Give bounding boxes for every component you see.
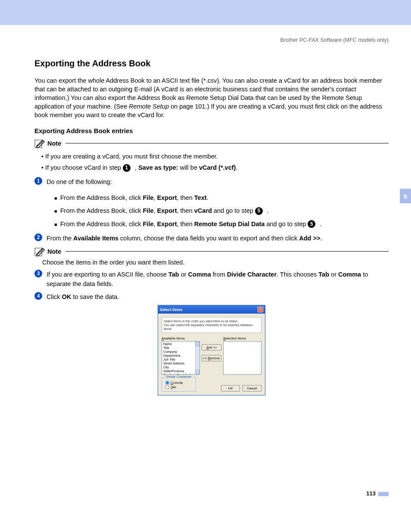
content: Exporting the Address Book You can expor… — [0, 43, 411, 395]
note-1-item: If you are creating a vCard, you must fi… — [41, 151, 389, 162]
add-button[interactable]: Add >> — [202, 344, 221, 351]
top-bar — [0, 0, 411, 25]
tab-radio[interactable]: Tab — [165, 385, 192, 389]
step-ref-5-icon: 5 — [308, 220, 315, 228]
list-item[interactable]: Department — [162, 354, 199, 358]
list-item[interactable]: Job Title — [162, 358, 199, 361]
ok-button[interactable]: OK — [221, 385, 240, 392]
step-4: 4 Click OK to save the data. — [34, 292, 389, 302]
step-4-icon: 4 — [34, 292, 42, 300]
dialog-titlebar: Select Items × — [158, 305, 265, 314]
note-1-list: If you are creating a vCard, you must fi… — [41, 151, 389, 173]
comma-radio[interactable]: Comma — [165, 381, 192, 385]
note-header-2: Note — [34, 247, 389, 256]
step-1-icon: 1 — [34, 177, 42, 185]
note-icon — [34, 247, 46, 256]
note-rule — [65, 143, 389, 143]
list-item[interactable]: Name — [162, 342, 199, 346]
header-text: Brother PC-FAX Software (MFC models only… — [0, 25, 411, 43]
svg-rect-1 — [35, 248, 42, 256]
selected-items-list[interactable] — [223, 341, 262, 375]
available-items-list[interactable]: NameTitleCompanyDepartmentJob TitleStree… — [162, 341, 200, 375]
step-1-option: From the Address Book, click File, Expor… — [54, 191, 389, 204]
footer-mark — [378, 492, 389, 496]
selected-items-label: Selected Items — [223, 336, 262, 340]
intro-paragraph: You can export the whole Address Book to… — [34, 76, 389, 119]
list-item[interactable]: State/Province — [162, 369, 199, 373]
divide-character-group: Divide Character Comma Tab — [162, 377, 196, 392]
page-footer: 113 — [0, 490, 411, 505]
note-header-1: Note — [34, 139, 389, 148]
available-items-label: Available Items — [162, 336, 200, 340]
list-item[interactable]: City — [162, 365, 199, 369]
list-item[interactable]: Street Address — [162, 361, 199, 365]
step-ref-5-icon: 5 — [255, 207, 263, 215]
step-ref-1-icon: 1 — [123, 164, 131, 172]
step-2: 2 From the Available Items column, choos… — [34, 234, 389, 243]
subsection-title: Exporting Address Book entries — [34, 127, 389, 134]
step-3: 3 If you are exporting to an ASCII file,… — [34, 270, 389, 289]
close-icon[interactable]: × — [258, 307, 263, 312]
dialog-screenshot: Select Items × Select items in the order… — [158, 305, 265, 395]
page-number: 113 — [366, 490, 376, 497]
page-title: Exporting the Address Book — [34, 59, 389, 68]
step-1-option: From the Address Book, click File, Expor… — [54, 218, 389, 230]
svg-rect-0 — [35, 140, 42, 148]
step-3-icon: 3 — [34, 270, 42, 277]
list-item[interactable]: Company — [162, 350, 199, 354]
cancel-button[interactable]: Cancel — [243, 385, 262, 392]
dialog-instructions: Select items in the order you want them … — [162, 317, 262, 333]
scrollbar[interactable] — [195, 342, 199, 374]
chapter-tab: 6 — [400, 189, 411, 203]
step-1: 1 Do one of the following: From the Addr… — [34, 177, 389, 230]
note-icon — [34, 139, 46, 148]
dialog-title: Select Items — [160, 308, 183, 312]
note-label: Note — [47, 140, 61, 147]
list-item[interactable]: Title — [162, 346, 199, 350]
note-rule — [65, 251, 389, 252]
step-1-option: From the Address Book, click File, Expor… — [54, 204, 389, 217]
step-2-icon: 2 — [34, 233, 42, 241]
note-2-body: Choose the items in the order you want t… — [42, 259, 389, 266]
remove-button[interactable]: << Remove — [202, 355, 221, 361]
note-label: Note — [47, 248, 61, 255]
note-1-item: If you choose vCard in step 1, Save as t… — [41, 162, 389, 173]
step-1-options: From the Address Book, click File, Expor… — [54, 191, 389, 230]
